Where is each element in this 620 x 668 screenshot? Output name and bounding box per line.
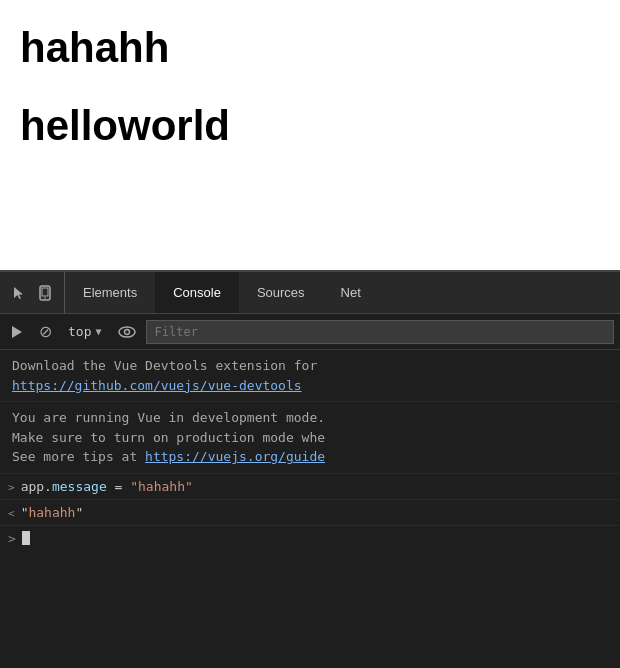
- cursor-blink: [22, 531, 30, 545]
- mobile-icon[interactable]: [34, 282, 56, 304]
- toolbar-icon-group: [0, 272, 65, 313]
- console-message-vue-devtools: Download the Vue Devtools extension for …: [0, 350, 620, 402]
- devtools-toolbar: Elements Console Sources Net: [0, 272, 620, 314]
- svg-marker-3: [12, 326, 22, 338]
- console-output-line: < "hahahh": [0, 500, 620, 526]
- console-toolbar: ⊘ top ▼: [0, 314, 620, 350]
- play-icon[interactable]: [6, 321, 28, 343]
- tab-sources[interactable]: Sources: [239, 272, 323, 313]
- tab-console[interactable]: Console: [155, 272, 239, 313]
- svg-point-4: [119, 327, 135, 337]
- tab-elements[interactable]: Elements: [65, 272, 155, 313]
- devtools-panel: Elements Console Sources Net ⊘ top ▼: [0, 270, 620, 668]
- console-input-line: > app.message = "hahahh": [0, 474, 620, 500]
- svg-point-2: [44, 297, 46, 299]
- vuejs-guide-link[interactable]: https://vuejs.org/guide: [145, 449, 325, 464]
- filter-input[interactable]: [146, 320, 614, 344]
- eye-icon[interactable]: [114, 319, 140, 345]
- vue-devtools-link[interactable]: https://github.com/vuejs/vue-devtools: [12, 378, 302, 393]
- console-prompt[interactable]: >: [0, 526, 620, 551]
- console-message-dev-mode: You are running Vue in development mode.…: [0, 402, 620, 474]
- console-output: Download the Vue Devtools extension for …: [0, 350, 620, 668]
- heading-hahahh: hahahh: [20, 24, 600, 72]
- chevron-down-icon: ▼: [95, 326, 101, 337]
- tab-network[interactable]: Net: [323, 272, 379, 313]
- prompt-chevron-icon: >: [8, 531, 16, 546]
- svg-point-5: [124, 329, 129, 334]
- browser-content: hahahh helloworld: [0, 0, 620, 270]
- input-chevron-icon: >: [8, 481, 15, 494]
- output-chevron-icon: <: [8, 507, 15, 520]
- ban-icon[interactable]: ⊘: [34, 321, 56, 343]
- heading-helloworld: helloworld: [20, 102, 600, 150]
- cursor-icon[interactable]: [8, 282, 30, 304]
- svg-rect-1: [42, 288, 48, 296]
- context-selector[interactable]: top ▼: [62, 322, 108, 341]
